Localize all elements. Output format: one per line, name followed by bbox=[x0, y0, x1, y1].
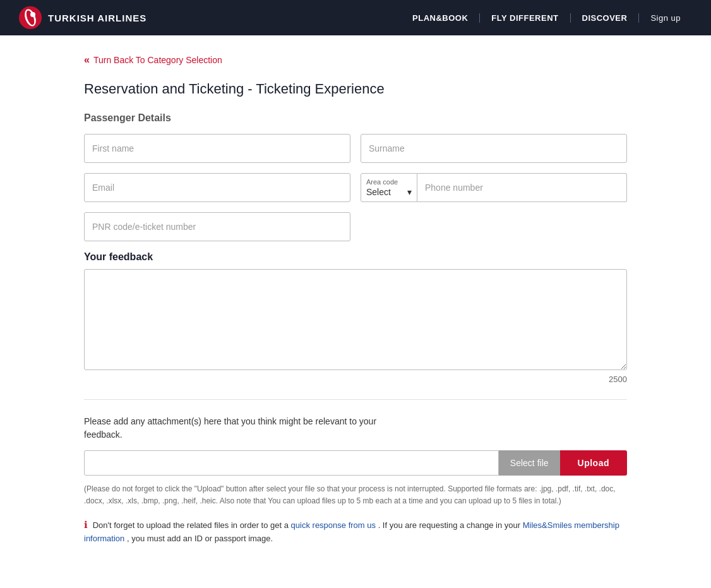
file-upload-row: Select file Upload bbox=[84, 450, 627, 476]
page-title: Reservation and Ticketing - Ticketing Ex… bbox=[84, 81, 627, 97]
phone-col: Area code Select ▾ bbox=[361, 173, 627, 202]
surname-col bbox=[361, 134, 627, 163]
divider bbox=[84, 399, 627, 400]
phone-number-input[interactable] bbox=[417, 173, 627, 202]
attachment-description: Please add any attachment(s) here that y… bbox=[84, 415, 627, 441]
feedback-textarea[interactable] bbox=[84, 269, 627, 370]
feedback-section: Your feedback 2500 bbox=[84, 251, 627, 384]
back-link-text: Turn Back To Category Selection bbox=[93, 55, 222, 65]
email-col bbox=[84, 173, 350, 202]
notice-section: ℹ Don't forget to upload the related fil… bbox=[84, 517, 627, 546]
first-name-col bbox=[84, 134, 350, 163]
email-input[interactable] bbox=[84, 173, 350, 202]
notice-quick-response-link[interactable]: quick response from us bbox=[291, 520, 376, 530]
area-code-label: Area code bbox=[366, 178, 412, 186]
turkish-airlines-logo-icon bbox=[19, 6, 42, 29]
nav-fly-different[interactable]: FLY DIFFERENT bbox=[480, 13, 570, 23]
email-phone-row: Area code Select ▾ bbox=[84, 173, 627, 202]
info-icon: ℹ bbox=[84, 519, 88, 530]
area-code-select[interactable]: Area code Select ▾ bbox=[361, 173, 417, 202]
nav-plan-book[interactable]: PLAN&BOOK bbox=[401, 13, 480, 23]
notice-text3: . If you are requesting a change in your bbox=[378, 520, 523, 530]
nav-discover[interactable]: DISCOVER bbox=[571, 13, 640, 23]
phone-group: Area code Select ▾ bbox=[361, 173, 627, 202]
pnr-row bbox=[84, 212, 627, 241]
select-file-button[interactable]: Select file bbox=[499, 450, 560, 476]
nav-sign-up[interactable]: Sign up bbox=[639, 13, 692, 23]
back-link[interactable]: « Turn Back To Category Selection bbox=[84, 54, 627, 66]
chevron-left-icon: « bbox=[84, 54, 90, 66]
area-code-value-row: Select ▾ bbox=[366, 187, 412, 197]
main-nav: PLAN&BOOK FLY DIFFERENT DISCOVER Sign up bbox=[401, 13, 692, 23]
notice-text5: , you must add an ID or passport image. bbox=[127, 534, 273, 543]
upload-button[interactable]: Upload bbox=[560, 450, 627, 476]
notice-text1: Don't forget to upload the related files… bbox=[93, 520, 291, 530]
first-name-input[interactable] bbox=[84, 134, 350, 163]
surname-input[interactable] bbox=[361, 134, 627, 163]
feedback-label: Your feedback bbox=[84, 251, 627, 263]
upload-info-text: (Please do not forget to click the "Uplo… bbox=[84, 483, 627, 507]
attachment-section: Please add any attachment(s) here that y… bbox=[84, 415, 627, 507]
passenger-details-section: Passenger Details Area code Select bbox=[84, 112, 627, 241]
logo-text: TURKISH AIRLINES bbox=[48, 13, 146, 23]
logo: TURKISH AIRLINES bbox=[19, 6, 146, 29]
dropdown-arrow-icon: ▾ bbox=[407, 187, 412, 197]
passenger-details-title: Passenger Details bbox=[84, 112, 627, 124]
main-content: « Turn Back To Category Selection Reserv… bbox=[71, 35, 640, 565]
name-row bbox=[84, 134, 627, 163]
pnr-input[interactable] bbox=[84, 212, 350, 241]
file-input-display bbox=[84, 450, 499, 476]
svg-point-3 bbox=[30, 12, 35, 17]
header: TURKISH AIRLINES PLAN&BOOK FLY DIFFERENT… bbox=[0, 0, 711, 35]
pnr-col bbox=[84, 212, 350, 241]
area-code-selected-value: Select bbox=[366, 187, 391, 197]
char-count: 2500 bbox=[84, 375, 627, 384]
